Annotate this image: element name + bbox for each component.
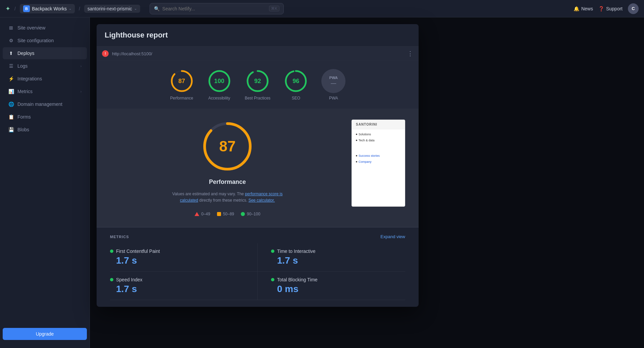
nav-branch-selector[interactable]: santorini-next-prismic ⌄ xyxy=(84,5,140,13)
upgrade-button[interactable]: Upgrade xyxy=(3,328,87,340)
metric-tbt-label: Total Blocking Time xyxy=(277,277,318,282)
blobs-icon: 💾 xyxy=(8,127,14,133)
pwa-label: PWA xyxy=(329,96,338,100)
sidebar: ⊞ Site overview ⚙ Site configuration ⬆ D… xyxy=(0,17,90,348)
metric-status-dot xyxy=(110,278,113,281)
sidebar-item-deploys[interactable]: ⬆ Deploys xyxy=(3,47,87,59)
score-performance[interactable]: 87 Performance xyxy=(170,69,194,100)
metrics-grid: First Contentful Paint 1.7 s Time to Int… xyxy=(110,243,405,300)
big-score-circle: 87 xyxy=(201,120,254,173)
nav-project-name: Backpack Works xyxy=(32,6,67,11)
perf-title: Performance xyxy=(209,179,246,186)
sidebar-item-domain-management[interactable]: 🌐 Domain management xyxy=(3,98,87,110)
metric-tbt-value: 0 ms xyxy=(271,284,405,294)
support-label: Support xyxy=(606,6,623,11)
metrics-icon: 📊 xyxy=(8,88,14,94)
content-area: Deploys Lighthouse report ! http://local… xyxy=(90,17,644,348)
search-shortcut: ⌘K xyxy=(269,6,279,11)
topnav: ✦ / B Backpack Works ⌄ / santorini-next-… xyxy=(0,0,644,17)
screenshot-nav-link: Success stories xyxy=(359,154,380,157)
nav-branch-chevron: ⌄ xyxy=(134,7,137,10)
sidebar-item-label: Domain management xyxy=(17,101,82,107)
modal-overlay: Lighthouse report ! http://localhost:510… xyxy=(90,17,644,348)
pwa-badge: PWA — xyxy=(321,69,345,93)
score-seo[interactable]: 96 SEO xyxy=(284,69,308,100)
lh-url-text: http://localhost:5100/ xyxy=(112,51,404,56)
nav-actions: 🔔 News ❓ Support C xyxy=(574,3,639,14)
metric-status-dot xyxy=(110,250,113,253)
sidebar-item-label: Site overview xyxy=(17,25,82,30)
nav-dot xyxy=(356,161,357,162)
sidebar-item-integrations[interactable]: ⚡ Integrations xyxy=(3,73,87,85)
nav-logo: ✦ xyxy=(5,5,10,12)
lighthouse-body[interactable]: ! http://localhost:5100/ ⋮ xyxy=(97,47,419,307)
nav-news[interactable]: 🔔 News xyxy=(574,6,593,11)
lh-legend: 0–49 50–89 90–100 xyxy=(195,212,260,216)
lh-url-menu-button[interactable]: ⋮ xyxy=(407,50,413,57)
metric-status-dot xyxy=(271,250,274,253)
upload-icon: ⬆ xyxy=(8,50,14,56)
average-icon xyxy=(217,212,221,216)
metric-fcp-value: 1.7 s xyxy=(110,255,244,266)
fail-icon xyxy=(195,212,199,216)
nav-project-selector[interactable]: B Backpack Works ⌄ xyxy=(20,4,75,13)
accessibility-score: 100 xyxy=(214,78,224,85)
calculator-link[interactable]: See calculator. xyxy=(249,198,275,203)
news-label: News xyxy=(581,6,593,11)
sidebar-item-label: Site configuration xyxy=(17,38,82,43)
screenshot-nav-item: Success stories xyxy=(356,154,401,157)
screenshot-nav-item: Tech & data xyxy=(356,139,401,142)
score-pwa[interactable]: PWA — PWA xyxy=(321,69,345,100)
metrics-title: METRICS xyxy=(110,235,129,239)
big-score-value: 87 xyxy=(219,138,236,155)
expand-view-button[interactable]: Expand view xyxy=(380,234,405,239)
lh-metrics: METRICS Expand view First Contentful Pai… xyxy=(97,227,419,307)
search-input[interactable] xyxy=(162,6,267,11)
screenshot-nav-item: Solutions xyxy=(356,133,401,136)
legend-pass: 90–100 xyxy=(241,212,260,216)
metric-fcp: First Contentful Paint 1.7 s xyxy=(110,243,258,272)
sidebar-item-label: Blobs xyxy=(17,127,82,132)
lh-main: 87 Performance Values are estimated and … xyxy=(97,109,419,227)
grid-icon: ⊞ xyxy=(8,25,14,31)
nav-sep-1: / xyxy=(14,6,16,11)
legend-average: 50–89 xyxy=(217,212,234,216)
screenshot-nav-item: Company xyxy=(356,160,401,163)
sidebar-item-forms[interactable]: 📋 Forms xyxy=(3,111,87,123)
pass-icon xyxy=(241,212,245,216)
gear-icon: ⚙ xyxy=(8,38,14,44)
modal-header: Lighthouse report xyxy=(97,24,419,47)
screenshot-header: SANTORINI xyxy=(352,120,405,129)
seo-label: SEO xyxy=(292,96,300,100)
sidebar-item-label: Deploys xyxy=(17,51,82,56)
lh-scores: 87 Performance 100 xyxy=(97,61,419,109)
sidebar-item-metrics[interactable]: 📊 Metrics › xyxy=(3,85,87,97)
sidebar-item-site-overview[interactable]: ⊞ Site overview xyxy=(3,22,87,34)
metric-status-dot xyxy=(271,278,274,281)
sidebar-item-blobs[interactable]: 💾 Blobs xyxy=(3,124,87,136)
nav-dot xyxy=(356,155,357,156)
sidebar-item-label: Logs xyxy=(17,63,77,69)
nav-avatar[interactable]: C xyxy=(628,3,639,14)
nav-search[interactable]: 🔍 ⌘K xyxy=(150,3,284,14)
nav-branch-name: santorini-next-prismic xyxy=(88,6,132,11)
score-best-practices[interactable]: 92 Best Practices xyxy=(245,69,271,100)
lh-screenshot: SANTORINI Solutions Tech & data xyxy=(352,120,405,216)
sidebar-item-logs[interactable]: ☰ Logs › xyxy=(3,60,87,72)
seo-score: 96 xyxy=(292,78,299,85)
lh-url-bar: ! http://localhost:5100/ ⋮ xyxy=(97,47,419,61)
screenshot-nav-label: Tech & data xyxy=(359,139,375,142)
metric-tbt: Total Blocking Time 0 ms xyxy=(258,272,405,300)
best-practices-label: Best Practices xyxy=(245,96,271,100)
forms-icon: 📋 xyxy=(8,114,14,120)
score-accessibility[interactable]: 100 Accessibility xyxy=(207,69,231,100)
sidebar-item-site-configuration[interactable]: ⚙ Site configuration xyxy=(3,34,87,47)
domain-icon: 🌐 xyxy=(8,101,14,107)
lighthouse-report-modal: Lighthouse report ! http://localhost:510… xyxy=(97,24,419,307)
nav-support[interactable]: ❓ Support xyxy=(598,6,623,11)
modal-title: Lighthouse report xyxy=(105,31,411,40)
metric-tti: Time to Interactive 1.7 s xyxy=(258,243,405,272)
performance-score: 87 xyxy=(178,78,185,85)
nav-dot xyxy=(356,140,357,141)
sidebar-item-label: Metrics xyxy=(17,89,77,94)
